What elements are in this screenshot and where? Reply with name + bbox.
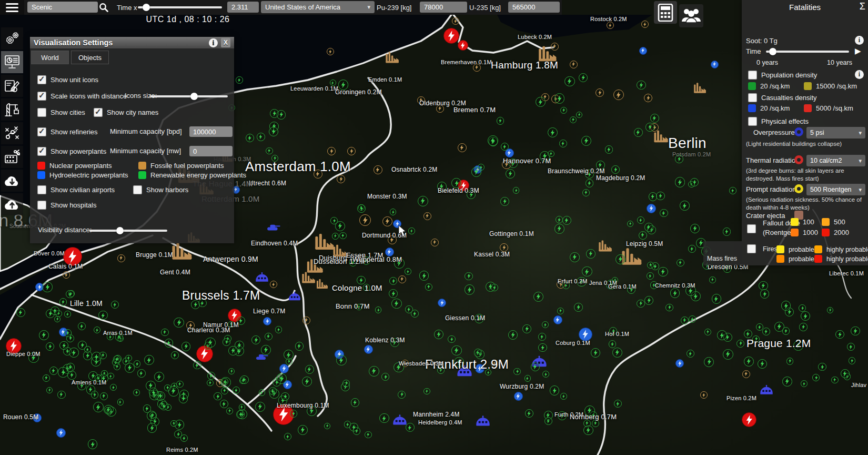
- cloud-download-icon: [4, 173, 21, 188]
- show-harbors-checkbox[interactable]: [133, 185, 142, 194]
- chevron-down-icon: ▾: [859, 186, 862, 193]
- fallout-1000: 1000: [791, 229, 818, 236]
- fallout-500: 500: [822, 218, 845, 226]
- overpressure-select[interactable]: 5 psi▾: [806, 127, 865, 139]
- country-select[interactable]: United States of America▾: [261, 1, 375, 13]
- tab-objects[interactable]: Objects: [71, 51, 109, 64]
- panel-titlebar[interactable]: Visualisation Settings i X: [30, 37, 234, 48]
- population-density-checkbox[interactable]: [748, 71, 757, 80]
- sidebar-item-video-editor[interactable]: [1, 146, 23, 168]
- show-city-names-checkbox[interactable]: [94, 108, 103, 117]
- nl-de-border: [295, 78, 391, 245]
- sidebar-item-settings[interactable]: [1, 27, 23, 50]
- search-button[interactable]: [97, 1, 110, 14]
- people-icon: [681, 8, 701, 24]
- overpressure-ring-icon: [794, 127, 803, 136]
- show-powerplants-checkbox[interactable]: [37, 147, 46, 156]
- u235-input[interactable]: 565000: [508, 2, 560, 13]
- time-x-label: Time x: [117, 4, 137, 12]
- search-icon: [98, 2, 109, 13]
- prompt-radiation-select[interactable]: 500 Roentgen▾: [806, 184, 865, 195]
- show-cities-checkbox[interactable]: [37, 108, 46, 117]
- visibility-distance-slider[interactable]: [89, 230, 167, 232]
- crater-ejecta-label: Crater ejecta: [746, 212, 785, 220]
- show-airports-checkbox[interactable]: [37, 185, 46, 194]
- icons-size-slider[interactable]: [150, 95, 228, 97]
- show-powerplants-row: Show powerplants: [37, 147, 106, 156]
- fallout-100-swatch: [791, 218, 799, 226]
- thermal-select[interactable]: 10 cal/cm2▾: [806, 155, 865, 166]
- scale-icons-checkbox[interactable]: [37, 92, 46, 101]
- sidebar-item-construction[interactable]: [1, 98, 23, 121]
- fatalities-panel: Fatalities Σ Soot: 0 Tg i Time ▶ 0 years…: [742, 0, 868, 265]
- casualties-density-checkbox[interactable]: [748, 93, 757, 102]
- physical-effects-row: Physical effects: [748, 117, 809, 126]
- min-bpd-input[interactable]: 100000: [189, 126, 233, 137]
- fr-lux-border: [247, 404, 271, 431]
- pu239-input[interactable]: 78000: [420, 2, 467, 13]
- mass-fires-probable-swatch: [776, 255, 784, 263]
- gear-icon: [4, 31, 20, 46]
- fallout-2000: 2000: [822, 229, 849, 236]
- fallout-500-swatch: [822, 218, 830, 226]
- pop-density-high: 15000 /sq.km: [804, 82, 857, 90]
- prompt-label: Prompt radiation: [746, 185, 796, 193]
- show-harbors-row: Show harbors: [133, 185, 188, 194]
- fires-highly-probable: highly probable: [814, 245, 868, 253]
- crane-icon: [4, 101, 21, 118]
- legend-renewable: Renewable energy powerplants: [138, 171, 246, 179]
- fires-label: Fires: [763, 245, 778, 253]
- pop-low-swatch: [748, 82, 756, 90]
- cloud-upload-icon: [4, 197, 21, 212]
- population-button[interactable]: [679, 4, 703, 27]
- show-city-names-row: Show city names: [94, 108, 158, 117]
- simulation-clock: UTC 1d , 08 : 10 : 26: [133, 15, 243, 24]
- physical-effects-checkbox[interactable]: [748, 117, 757, 126]
- fallout-1000-swatch: [791, 229, 799, 236]
- show-hospitals-checkbox[interactable]: [37, 201, 46, 210]
- pop-high-swatch: [804, 82, 812, 90]
- scenario-name-input[interactable]: Scenic: [27, 2, 98, 13]
- calculator-button[interactable]: [654, 1, 677, 24]
- close-button[interactable]: X: [221, 38, 230, 47]
- soot-info-button[interactable]: i: [855, 36, 864, 45]
- sidebar-item-scenario-editor[interactable]: [1, 75, 23, 97]
- fallout-dose-checkbox[interactable]: [747, 224, 756, 233]
- prompt-note: (Serious radiation sickness. 50% chance …: [746, 196, 866, 212]
- sidebar-item-cloud-download[interactable]: [1, 170, 23, 192]
- sidebar-item-strategy[interactable]: [1, 122, 23, 144]
- population-density-row: Population density: [748, 71, 817, 80]
- de-be-border: [295, 245, 327, 416]
- casualties-density-row: Casualties density: [748, 93, 817, 102]
- time-multiplier-slider[interactable]: [138, 6, 222, 8]
- thermal-ring-icon: [794, 155, 803, 164]
- mouse-cursor: [398, 225, 407, 238]
- sidebar-item-statistics[interactable]: [1, 51, 23, 73]
- show-unit-icons-row: Show unit icons: [37, 75, 98, 84]
- sigma-icon[interactable]: Σ: [860, 1, 865, 12]
- hydro-color-swatch: [37, 171, 45, 179]
- tab-world[interactable]: World: [31, 51, 69, 64]
- fossil-color-swatch: [138, 162, 146, 170]
- time-multiplier-value[interactable]: 2.311: [227, 2, 259, 13]
- calculator-icon: [658, 4, 673, 22]
- thermal-label: Thermal radiation: [746, 156, 799, 164]
- baltic-sea: [497, 15, 652, 38]
- show-refineries-checkbox[interactable]: [37, 127, 46, 136]
- mass-fires-probable: probable: [776, 255, 814, 263]
- menu-button[interactable]: [0, 0, 24, 15]
- soot-time-slider[interactable]: [766, 51, 849, 53]
- play-icon[interactable]: ▶: [855, 46, 861, 56]
- show-cities-row: Show cities: [37, 108, 85, 117]
- chevron-down-icon: ▾: [367, 4, 370, 11]
- sidebar-item-cloud-upload[interactable]: [1, 193, 23, 215]
- population-info-button[interactable]: i: [855, 70, 864, 79]
- info-button[interactable]: i: [209, 38, 218, 47]
- fires-probable-swatch: [776, 245, 784, 253]
- fires-checkbox[interactable]: [747, 244, 756, 253]
- show-unit-icons-checkbox[interactable]: [37, 75, 46, 84]
- min-mw-input[interactable]: 0: [189, 146, 233, 156]
- cas-high-swatch: [804, 104, 812, 112]
- nl-be-border: [163, 238, 295, 300]
- fallout-100: 100: [791, 218, 814, 226]
